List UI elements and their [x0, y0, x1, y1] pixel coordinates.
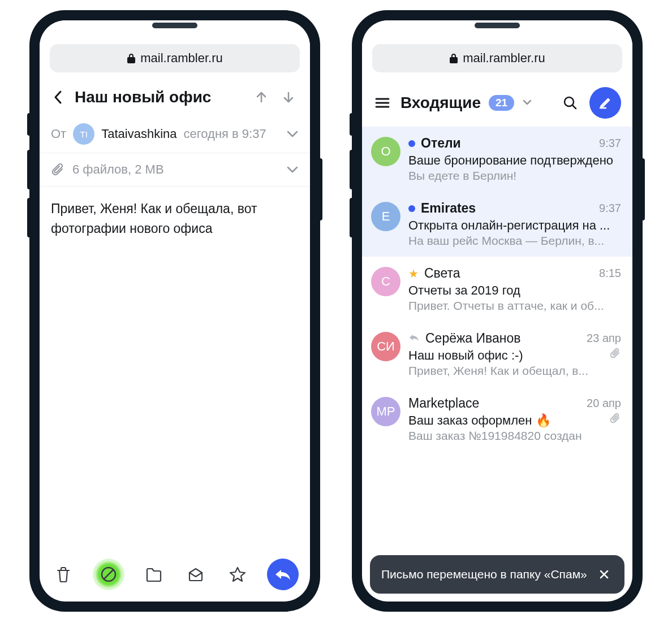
arrow-down-icon	[283, 91, 294, 103]
attachment-icon	[610, 347, 621, 362]
toast-close-button[interactable]	[595, 565, 613, 583]
chevron-left-icon	[53, 90, 62, 105]
url-text: mail.rambler.ru	[463, 51, 545, 66]
mail-item[interactable]: ООтели9:37Ваше бронирование подтверждено…	[362, 127, 632, 192]
mark-read-button[interactable]	[183, 562, 208, 587]
mail-preview: На ваш рейс Москва — Берлин, в...	[408, 234, 621, 248]
hamburger-icon	[375, 97, 390, 109]
back-button[interactable]	[48, 87, 68, 107]
mail-time: 9:37	[599, 137, 621, 150]
paperclip-icon	[51, 162, 64, 177]
mail-subject: Ваше бронирование подтверждено	[408, 153, 621, 168]
folder-title[interactable]: Входящие	[400, 94, 481, 112]
star-button[interactable]	[225, 562, 250, 587]
mail-avatar: С	[371, 267, 400, 296]
svg-line-3	[104, 570, 113, 579]
mail-item[interactable]: С★Света8:15Отчеты за 2019 годПривет. Отч…	[362, 257, 632, 322]
close-icon	[599, 569, 609, 579]
prev-message-button[interactable]	[251, 87, 272, 107]
mail-time: 20 апр	[587, 397, 621, 410]
from-label: От	[51, 127, 66, 141]
mail-sender: Света	[424, 266, 460, 281]
mail-item[interactable]: СИСерёжа Иванов23 апрНаш новый офис :-)П…	[362, 322, 632, 387]
search-button[interactable]	[559, 92, 581, 114]
browser-url-area: mail.rambler.ru	[362, 20, 632, 79]
move-folder-button[interactable]	[141, 562, 166, 587]
next-message-button[interactable]	[278, 87, 299, 107]
url-text: mail.rambler.ru	[140, 51, 222, 66]
attachments-text: 6 файлов, 2 MB	[72, 162, 164, 177]
mail-item[interactable]: EEmirates9:37Открыта онлайн-регистрация …	[362, 192, 632, 257]
mail-subject: Открыта онлайн-регистрация на ...	[408, 218, 621, 233]
url-bar[interactable]: mail.rambler.ru	[372, 44, 622, 72]
message-header: Наш новый офис	[40, 79, 310, 115]
toast-notification: Письмо перемещено в папку «Спам»	[370, 555, 624, 594]
spam-icon	[100, 566, 117, 583]
envelope-open-icon	[187, 567, 204, 582]
message-title: Наш новый офис	[75, 88, 244, 106]
lock-icon	[449, 53, 458, 64]
replied-icon	[408, 333, 420, 344]
chevron-down-icon	[522, 99, 532, 106]
mail-preview: Привет, Женя! Как и обещал, в...	[408, 364, 621, 378]
unread-badge: 21	[489, 95, 514, 111]
lock-icon	[127, 53, 136, 64]
mail-time: 8:15	[599, 267, 621, 280]
sender-time: сегодня в 9:37	[184, 127, 266, 141]
message-body: Привет, Женя! Как и обещала, вот фотогра…	[40, 187, 310, 551]
sender-name: Tataivashkina	[101, 127, 176, 141]
mail-time: 23 апр	[587, 332, 621, 345]
mail-preview: Вы едете в Берлин!	[408, 169, 621, 183]
arrow-up-icon	[256, 91, 267, 103]
url-bar[interactable]: mail.rambler.ru	[50, 44, 300, 72]
sender-row[interactable]: От TI Tataivashkina сегодня в 9:37	[40, 115, 310, 153]
pencil-icon	[598, 96, 613, 110]
mail-preview: Привет. Отчеты в аттаче, как и об...	[408, 299, 621, 313]
attachments-row[interactable]: 6 файлов, 2 MB	[40, 153, 310, 187]
mail-subject: Отчеты за 2019 год	[408, 283, 621, 298]
trash-icon	[55, 566, 71, 583]
star-icon	[229, 566, 246, 583]
mail-sender: Серёжа Иванов	[425, 331, 521, 346]
mail-avatar: MP	[371, 397, 400, 426]
phone-frame-inbox: mail.rambler.ru Входящие 21 ООтели9:37Ва…	[353, 11, 641, 611]
unread-dot-icon	[408, 140, 415, 147]
mail-time: 9:37	[599, 202, 621, 215]
mail-sender: Отели	[421, 136, 461, 151]
folder-icon	[145, 566, 163, 582]
sender-avatar: TI	[73, 123, 94, 145]
reply-icon	[274, 568, 291, 581]
browser-url-area: mail.rambler.ru	[40, 20, 310, 79]
chevron-down-icon	[286, 130, 299, 138]
reply-button[interactable]	[267, 559, 299, 590]
chevron-down-icon	[286, 166, 299, 174]
mail-list[interactable]: ООтели9:37Ваше бронирование подтверждено…	[362, 127, 632, 602]
message-toolbar	[40, 551, 310, 602]
compose-button[interactable]	[589, 87, 621, 119]
mail-avatar: СИ	[371, 332, 400, 361]
expand-sender-button[interactable]	[286, 127, 299, 141]
phone-notch	[152, 23, 197, 28]
unread-dot-icon	[408, 205, 415, 212]
mail-sender: Marketplace	[408, 396, 479, 411]
svg-line-9	[572, 105, 576, 109]
spam-button[interactable]	[93, 559, 124, 590]
inbox-header: Входящие 21	[362, 79, 632, 127]
mail-item[interactable]: MPMarketplace20 апрВаш заказ оформлен 🔥В…	[362, 387, 632, 452]
mail-sender: Emirates	[421, 201, 476, 216]
search-icon	[563, 96, 578, 110]
delete-button[interactable]	[51, 562, 76, 587]
attachment-icon	[610, 412, 621, 427]
phone-notch	[475, 23, 520, 28]
mail-avatar: О	[371, 137, 400, 166]
mail-avatar: E	[371, 202, 400, 231]
mail-subject: Ваш заказ оформлен 🔥	[408, 413, 605, 428]
expand-attachments-button[interactable]	[286, 162, 299, 177]
menu-button[interactable]	[372, 93, 393, 113]
folder-dropdown-button[interactable]	[522, 98, 532, 108]
toast-text: Письмо перемещено в папку «Спам»	[381, 566, 595, 582]
mail-subject: Наш новый офис :-)	[408, 348, 605, 363]
svg-marker-4	[230, 568, 245, 581]
phone-frame-message: mail.rambler.ru Наш новый офис От TI Tat…	[31, 11, 319, 611]
mail-preview: Ваш заказ №191984820 создан	[408, 429, 621, 443]
